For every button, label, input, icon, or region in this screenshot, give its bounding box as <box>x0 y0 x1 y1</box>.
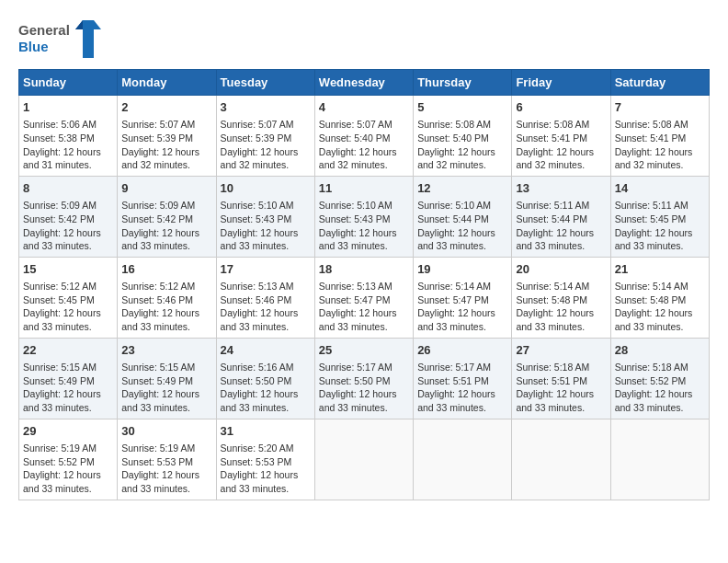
calendar-cell: 25Sunrise: 5:17 AMSunset: 5:50 PMDayligh… <box>314 338 413 419</box>
day-daylight: Daylight: 12 hours and 33 minutes. <box>121 227 199 252</box>
calendar-cell: 29Sunrise: 5:19 AMSunset: 5:52 PMDayligh… <box>19 419 118 500</box>
day-daylight: Daylight: 12 hours and 33 minutes. <box>221 227 299 252</box>
week-row-0: 1Sunrise: 5:06 AMSunset: 5:38 PMDaylight… <box>19 96 710 177</box>
day-sunset: Sunset: 5:53 PM <box>221 456 292 467</box>
calendar-cell: 13Sunrise: 5:11 AMSunset: 5:44 PMDayligh… <box>512 176 610 257</box>
day-sunrise: Sunrise: 5:15 AM <box>23 362 97 373</box>
calendar-cell: 8Sunrise: 5:09 AMSunset: 5:42 PMDaylight… <box>19 176 118 257</box>
calendar-cell: 1Sunrise: 5:06 AMSunset: 5:38 PMDaylight… <box>19 96 118 177</box>
day-sunrise: Sunrise: 5:20 AM <box>221 442 294 454</box>
calendar-cell: 23Sunrise: 5:15 AMSunset: 5:49 PMDayligh… <box>118 338 216 419</box>
svg-marker-3 <box>75 20 83 29</box>
calendar-cell: 22Sunrise: 5:15 AMSunset: 5:49 PMDayligh… <box>19 338 118 419</box>
calendar-cell: 15Sunrise: 5:12 AMSunset: 5:45 PMDayligh… <box>19 257 118 338</box>
day-sunset: Sunset: 5:39 PM <box>121 132 193 144</box>
day-number: 12 <box>417 180 507 197</box>
calendar-cell: 4Sunrise: 5:07 AMSunset: 5:40 PMDaylight… <box>314 96 413 177</box>
day-sunset: Sunset: 5:53 PM <box>121 456 193 467</box>
day-number: 21 <box>615 261 705 278</box>
day-daylight: Daylight: 12 hours and 33 minutes. <box>615 307 693 332</box>
day-number: 13 <box>516 180 606 197</box>
day-sunset: Sunset: 5:42 PM <box>23 213 95 224</box>
day-sunset: Sunset: 5:40 PM <box>417 132 489 144</box>
day-daylight: Daylight: 12 hours and 33 minutes. <box>417 388 495 413</box>
day-daylight: Daylight: 12 hours and 33 minutes. <box>516 388 594 413</box>
calendar-cell: 5Sunrise: 5:08 AMSunset: 5:40 PMDaylight… <box>414 96 512 177</box>
day-sunset: Sunset: 5:42 PM <box>121 213 193 224</box>
calendar-cell: 30Sunrise: 5:19 AMSunset: 5:53 PMDayligh… <box>118 419 216 500</box>
header-cell-friday: Friday <box>512 70 610 96</box>
day-sunrise: Sunrise: 5:15 AM <box>121 362 195 373</box>
day-sunrise: Sunrise: 5:06 AM <box>23 119 97 130</box>
day-number: 28 <box>615 342 705 359</box>
day-sunset: Sunset: 5:44 PM <box>516 213 587 224</box>
day-sunset: Sunset: 5:45 PM <box>23 294 95 305</box>
day-daylight: Daylight: 12 hours and 32 minutes. <box>615 146 693 171</box>
day-daylight: Daylight: 12 hours and 32 minutes. <box>516 146 594 171</box>
calendar-cell: 10Sunrise: 5:10 AMSunset: 5:43 PMDayligh… <box>216 176 314 257</box>
day-number: 31 <box>221 423 311 440</box>
day-number: 5 <box>417 99 507 116</box>
day-sunrise: Sunrise: 5:11 AM <box>615 200 688 211</box>
day-sunrise: Sunrise: 5:13 AM <box>221 281 294 292</box>
day-daylight: Daylight: 12 hours and 33 minutes. <box>221 307 299 332</box>
header-cell-thursday: Thursday <box>414 70 512 96</box>
day-sunrise: Sunrise: 5:09 AM <box>121 200 195 211</box>
day-sunset: Sunset: 5:50 PM <box>319 375 391 386</box>
day-sunrise: Sunrise: 5:16 AM <box>221 362 294 373</box>
day-sunrise: Sunrise: 5:14 AM <box>615 281 688 292</box>
day-sunset: Sunset: 5:49 PM <box>121 375 193 386</box>
day-number: 20 <box>516 261 606 278</box>
day-daylight: Daylight: 12 hours and 32 minutes. <box>319 146 397 171</box>
day-number: 18 <box>319 261 409 278</box>
week-row-2: 15Sunrise: 5:12 AMSunset: 5:45 PMDayligh… <box>19 257 710 338</box>
calendar-cell <box>610 419 709 500</box>
day-sunrise: Sunrise: 5:12 AM <box>23 281 97 292</box>
day-number: 2 <box>121 99 211 116</box>
day-sunset: Sunset: 5:46 PM <box>221 294 292 305</box>
day-daylight: Daylight: 12 hours and 33 minutes. <box>23 469 101 494</box>
calendar-header-row: SundayMondayTuesdayWednesdayThursdayFrid… <box>19 70 710 96</box>
day-sunrise: Sunrise: 5:19 AM <box>23 442 97 454</box>
day-sunset: Sunset: 5:47 PM <box>417 294 489 305</box>
day-number: 6 <box>516 99 606 116</box>
header-cell-wednesday: Wednesday <box>314 70 413 96</box>
day-sunrise: Sunrise: 5:14 AM <box>417 281 491 292</box>
day-number: 10 <box>221 180 311 197</box>
calendar-table: SundayMondayTuesdayWednesdayThursdayFrid… <box>18 69 710 500</box>
day-daylight: Daylight: 12 hours and 33 minutes. <box>319 307 397 332</box>
day-number: 23 <box>121 342 211 359</box>
day-number: 11 <box>319 180 409 197</box>
week-row-1: 8Sunrise: 5:09 AMSunset: 5:42 PMDaylight… <box>19 176 710 257</box>
day-daylight: Daylight: 12 hours and 33 minutes. <box>121 307 199 332</box>
generalblue-logo: General Blue <box>18 18 101 60</box>
calendar-cell: 16Sunrise: 5:12 AMSunset: 5:46 PMDayligh… <box>118 257 216 338</box>
calendar-cell: 18Sunrise: 5:13 AMSunset: 5:47 PMDayligh… <box>314 257 413 338</box>
calendar-cell: 24Sunrise: 5:16 AMSunset: 5:50 PMDayligh… <box>216 338 314 419</box>
day-sunset: Sunset: 5:39 PM <box>221 132 292 144</box>
day-sunrise: Sunrise: 5:17 AM <box>319 362 392 373</box>
header-cell-tuesday: Tuesday <box>216 70 314 96</box>
day-daylight: Daylight: 12 hours and 33 minutes. <box>121 388 199 413</box>
day-daylight: Daylight: 12 hours and 33 minutes. <box>221 469 299 494</box>
calendar-cell <box>414 419 512 500</box>
week-row-3: 22Sunrise: 5:15 AMSunset: 5:49 PMDayligh… <box>19 338 710 419</box>
calendar-cell: 31Sunrise: 5:20 AMSunset: 5:53 PMDayligh… <box>216 419 314 500</box>
day-daylight: Daylight: 12 hours and 32 minutes. <box>221 146 299 171</box>
day-sunset: Sunset: 5:38 PM <box>23 132 95 144</box>
calendar-cell: 2Sunrise: 5:07 AMSunset: 5:39 PMDaylight… <box>118 96 216 177</box>
day-sunset: Sunset: 5:52 PM <box>23 456 95 467</box>
day-number: 19 <box>417 261 507 278</box>
day-sunrise: Sunrise: 5:17 AM <box>417 362 491 373</box>
day-sunrise: Sunrise: 5:07 AM <box>121 119 195 130</box>
calendar-cell: 28Sunrise: 5:18 AMSunset: 5:52 PMDayligh… <box>610 338 709 419</box>
day-daylight: Daylight: 12 hours and 31 minutes. <box>23 146 101 171</box>
logo: General Blue <box>18 18 101 60</box>
day-sunset: Sunset: 5:43 PM <box>221 213 292 224</box>
day-sunrise: Sunrise: 5:10 AM <box>221 200 294 211</box>
day-sunrise: Sunrise: 5:07 AM <box>319 119 392 130</box>
day-daylight: Daylight: 12 hours and 33 minutes. <box>615 388 693 413</box>
day-sunset: Sunset: 5:48 PM <box>615 294 687 305</box>
day-daylight: Daylight: 12 hours and 33 minutes. <box>516 227 594 252</box>
day-sunset: Sunset: 5:44 PM <box>417 213 489 224</box>
